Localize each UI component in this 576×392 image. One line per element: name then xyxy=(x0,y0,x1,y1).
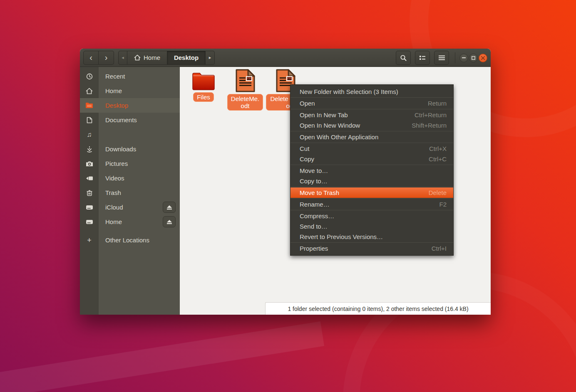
plus-icon: + xyxy=(80,237,99,244)
back-icon: ‹ xyxy=(89,53,92,62)
sidebar-item-label: Downloads xyxy=(105,145,136,153)
sidebar-item-icloud[interactable]: iCloud xyxy=(80,200,180,214)
menu-item-revert-to-previous-versions[interactable]: Revert to Previous Versions… xyxy=(290,232,453,242)
trash-icon xyxy=(80,190,99,196)
menu-button[interactable] xyxy=(434,51,449,65)
back-button[interactable]: ‹ xyxy=(83,51,99,65)
sidebar-item-documents[interactable]: Documents xyxy=(80,113,180,127)
breadcrumb-home-button[interactable]: Home xyxy=(127,51,167,65)
sidebar-item-label: Home xyxy=(105,87,122,94)
minimize-button[interactable] xyxy=(459,54,468,62)
folder-icon xyxy=(80,102,99,108)
camera-icon xyxy=(80,161,99,167)
menu-item-open[interactable]: Open Return xyxy=(290,98,453,108)
status-text: 1 folder selected (containing 0 items), … xyxy=(288,306,468,312)
maximize-icon xyxy=(472,56,475,60)
menu-item-open-with-other-application[interactable]: Open With Other Application xyxy=(290,132,453,142)
view-options-button[interactable] xyxy=(415,51,430,65)
odt-document-icon xyxy=(235,69,256,93)
search-button[interactable] xyxy=(396,51,411,65)
menu-item-send-to[interactable]: Send to… xyxy=(290,221,453,232)
menu-separator xyxy=(290,131,453,131)
menu-separator xyxy=(290,97,453,98)
menu-item-open-in-new-tab[interactable]: Open In New Tab Ctrl+Return xyxy=(290,110,453,120)
status-bar: 1 folder selected (containing 0 items), … xyxy=(265,302,491,315)
maximize-button[interactable] xyxy=(469,54,478,62)
download-icon xyxy=(80,146,99,153)
menu-item-rename[interactable]: Rename… F2 xyxy=(290,199,453,210)
sidebar-item-label: Desktop xyxy=(105,102,128,109)
menu-separator xyxy=(290,242,453,243)
menu-separator xyxy=(290,198,453,199)
sidebar-item-videos[interactable]: Videos xyxy=(80,171,180,185)
wallpaper-stripe xyxy=(0,321,324,392)
video-icon xyxy=(80,176,99,181)
menu-item-move-to-trash[interactable]: Move to Trash Delete xyxy=(290,187,453,198)
sidebar-item-home-drive[interactable]: Home xyxy=(80,214,180,229)
breadcrumb-home-label: Home xyxy=(144,54,160,61)
menu-separator xyxy=(290,165,453,165)
titlebar-separator xyxy=(455,52,455,63)
menu-item-new-folder-with-selection[interactable]: New Folder with Selection (3 Items) xyxy=(290,86,453,97)
breadcrumb-desktop-button[interactable]: Desktop xyxy=(167,51,206,65)
path-scroll-left-button[interactable]: ◂ xyxy=(118,51,127,65)
sidebar-item-trash[interactable]: Trash xyxy=(80,185,180,200)
window-controls xyxy=(459,54,487,62)
menu-item-compress[interactable]: Compress… xyxy=(290,211,453,221)
sidebar-item-label: iCloud xyxy=(105,204,123,211)
file-item-odt[interactable]: DeleteMe.odt xyxy=(226,69,264,111)
titlebar-right-controls xyxy=(392,51,487,65)
file-label: DeleteMe.odt xyxy=(227,94,263,111)
forward-button[interactable]: › xyxy=(99,51,114,65)
document-icon xyxy=(80,117,99,123)
sidebar-item-label: Documents xyxy=(105,116,137,123)
drive-icon xyxy=(80,205,99,210)
sidebar-item-other-locations[interactable]: + Other Locations xyxy=(80,233,180,247)
menu-item-copy[interactable]: Copy Ctrl+C xyxy=(290,154,453,164)
clock-icon xyxy=(80,73,99,80)
sidebar-item-pictures[interactable]: Pictures xyxy=(80,156,180,171)
eject-icon xyxy=(166,205,172,210)
file-label: Files xyxy=(193,92,214,102)
file-item-folder[interactable]: Files xyxy=(185,72,222,102)
hamburger-icon xyxy=(439,55,445,60)
search-icon xyxy=(400,54,407,62)
menu-item-cut[interactable]: Cut Ctrl+X xyxy=(290,143,453,154)
path-bar: ◂ Home Desktop ▸ xyxy=(118,51,215,65)
eject-button[interactable] xyxy=(163,202,176,213)
sidebar-item-downloads[interactable]: Downloads xyxy=(80,142,180,156)
triangle-right-icon: ▸ xyxy=(209,55,211,60)
sidebar-item-recent[interactable]: Recent xyxy=(80,69,180,84)
menu-separator xyxy=(290,109,453,109)
path-scroll-right-button[interactable]: ▸ xyxy=(206,51,215,65)
close-icon xyxy=(481,56,485,60)
breadcrumb-current-label: Desktop xyxy=(174,54,199,61)
sidebar-item-home[interactable]: Home xyxy=(80,84,180,98)
eject-icon xyxy=(166,219,172,224)
list-view-icon xyxy=(419,55,426,61)
eject-button[interactable] xyxy=(163,216,176,227)
titlebar[interactable]: ‹ › ◂ Home Desktop ▸ xyxy=(80,49,491,67)
home-icon xyxy=(80,88,99,94)
sidebar-item-label: Videos xyxy=(105,175,124,182)
context-menu: New Folder with Selection (3 Items) Open… xyxy=(290,84,454,256)
sidebar-item-music[interactable]: ♫ xyxy=(80,127,180,142)
menu-item-properties[interactable]: Properties Ctrl+I xyxy=(290,243,453,254)
sidebar-item-label: Recent xyxy=(105,73,125,80)
minimize-icon xyxy=(462,57,466,58)
music-icon: ♫ xyxy=(80,131,99,138)
sidebar-item-label: Other Locations xyxy=(105,237,149,244)
close-button[interactable] xyxy=(479,54,487,62)
nav-buttons: ‹ › xyxy=(83,51,114,65)
home-icon xyxy=(134,54,141,61)
sidebar-item-desktop[interactable]: Desktop xyxy=(80,98,180,113)
triangle-left-icon: ◂ xyxy=(122,55,124,60)
menu-item-copy-to[interactable]: Copy to… xyxy=(290,176,453,186)
sidebar-item-label: Pictures xyxy=(105,160,128,167)
sidebar-item-label: Home xyxy=(105,218,122,225)
menu-item-move-to[interactable]: Move to… xyxy=(290,165,453,176)
sidebar: Recent Home Desktop xyxy=(80,67,180,315)
folder-icon xyxy=(191,72,216,91)
menu-item-open-in-new-window[interactable]: Open In New Window Shift+Return xyxy=(290,120,453,131)
forward-icon: › xyxy=(105,53,108,62)
